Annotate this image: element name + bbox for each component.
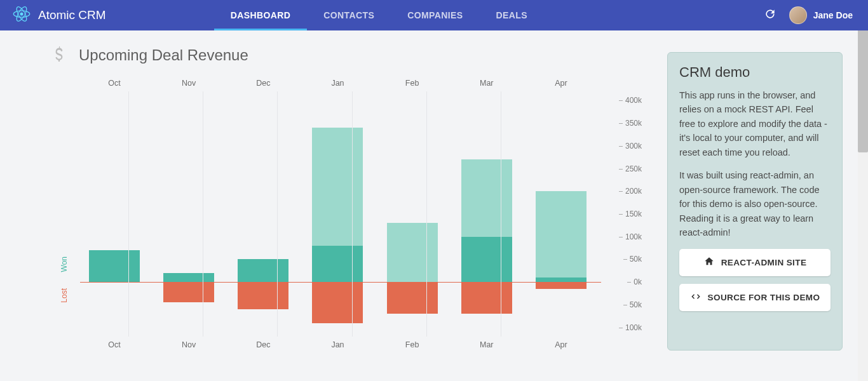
axis-label-lost: Lost <box>60 288 69 303</box>
home-icon <box>703 256 715 269</box>
nav-companies[interactable]: COMPANIES <box>391 0 479 30</box>
avatar <box>789 6 807 24</box>
btn-label: REACT-ADMIN SITE <box>721 258 807 267</box>
card-title: Upcoming Deal Revenue <box>79 46 248 64</box>
x-top-label: Feb <box>405 79 419 88</box>
x-bottom-label: Feb <box>405 340 419 349</box>
y-tick: 100k <box>625 323 642 332</box>
nav-deals-label: DEALS <box>496 10 527 20</box>
axis-label-won: Won <box>60 257 69 272</box>
bar-won[interactable] <box>163 273 214 282</box>
y-tick: 150k <box>625 210 642 218</box>
bar-lost[interactable] <box>163 282 214 302</box>
x-top-label: Jan <box>331 79 344 88</box>
nav-deals[interactable]: DEALS <box>480 0 544 30</box>
user-name: Jane Doe <box>813 10 853 20</box>
app-header: Atomic CRM DASHBOARD CONTACTS COMPANIES … <box>0 0 868 30</box>
info-card: CRM demo This app runs in the browser, a… <box>667 52 843 351</box>
bar-lost[interactable] <box>387 282 438 314</box>
y-tick: 0k <box>634 277 642 286</box>
info-title: CRM demo <box>679 64 831 81</box>
info-paragraph-1: This app runs in the browser, and relies… <box>679 88 831 159</box>
brand-name: Atomic CRM <box>38 8 106 22</box>
bar-lost[interactable] <box>461 282 512 314</box>
x-bottom-label: Nov <box>182 340 196 349</box>
refresh-icon <box>764 8 776 23</box>
btn-label: SOURCE FOR THIS DEMO <box>708 293 820 302</box>
bar-won[interactable] <box>312 246 363 282</box>
nav-companies-label: COMPANIES <box>407 10 463 20</box>
bar-won-projected[interactable] <box>312 128 363 246</box>
y-tick: 250k <box>625 164 642 173</box>
x-top-label: Oct <box>108 79 120 88</box>
nav-dashboard-label: DASHBOARD <box>231 10 291 20</box>
bar-lost[interactable] <box>238 282 288 309</box>
y-tick: 50k <box>630 255 642 264</box>
bar-won-projected[interactable] <box>387 223 438 282</box>
main-content: Upcoming Deal Revenue Won Lost OctOctNov… <box>51 46 647 351</box>
chart-gridline <box>501 91 501 337</box>
react-logo-icon <box>13 5 31 26</box>
x-bottom-label: Apr <box>555 340 567 349</box>
code-icon <box>690 291 702 304</box>
card-header: Upcoming Deal Revenue <box>51 46 647 65</box>
brand[interactable]: Atomic CRM <box>13 5 106 26</box>
top-nav: DASHBOARD CONTACTS COMPANIES DEALS <box>214 0 544 30</box>
bar-lost[interactable] <box>536 282 587 289</box>
bar-won[interactable] <box>461 237 512 282</box>
nav-contacts[interactable]: CONTACTS <box>307 0 391 30</box>
y-tick: 400k <box>625 96 642 105</box>
chart-gridline <box>203 91 203 337</box>
x-bottom-label: Mar <box>480 340 494 349</box>
x-top-label: Apr <box>555 79 567 88</box>
y-tick: 300k <box>625 142 642 150</box>
y-tick: 350k <box>625 119 642 128</box>
refresh-button[interactable] <box>763 8 778 23</box>
y-tick: 100k <box>625 232 642 241</box>
bar-won-projected[interactable] <box>536 191 587 277</box>
chart-gridline <box>277 91 278 337</box>
dollar-icon <box>51 46 67 65</box>
x-bottom-label: Dec <box>256 340 270 349</box>
bar-won[interactable] <box>536 277 587 282</box>
x-bottom-label: Jan <box>331 340 344 349</box>
bar-won-projected[interactable] <box>461 159 512 237</box>
y-tick: 50k <box>630 300 642 309</box>
x-bottom-label: Oct <box>108 340 120 349</box>
nav-contacts-label: CONTACTS <box>323 10 374 20</box>
y-tick: 200k <box>625 187 642 196</box>
bar-won[interactable] <box>89 250 140 282</box>
x-top-label: Dec <box>256 79 270 88</box>
source-code-button[interactable]: SOURCE FOR THIS DEMO <box>679 284 831 311</box>
x-top-label: Nov <box>182 79 196 88</box>
react-admin-site-button[interactable]: REACT-ADMIN SITE <box>679 249 831 276</box>
user-menu[interactable]: Jane Doe <box>789 6 853 24</box>
revenue-chart: Won Lost OctOctNovNovDecDecJanJanFebFebM… <box>62 77 647 351</box>
nav-dashboard[interactable]: DASHBOARD <box>214 0 308 30</box>
chart-gridline <box>352 91 353 337</box>
chart-gridline <box>426 91 427 337</box>
x-top-label: Mar <box>480 79 494 88</box>
bar-lost[interactable] <box>312 282 363 323</box>
info-paragraph-2: It was built using react-admin, an open-… <box>679 168 831 239</box>
bar-won[interactable] <box>238 259 288 282</box>
svg-point-0 <box>20 12 23 15</box>
chart-gridline <box>128 91 129 337</box>
